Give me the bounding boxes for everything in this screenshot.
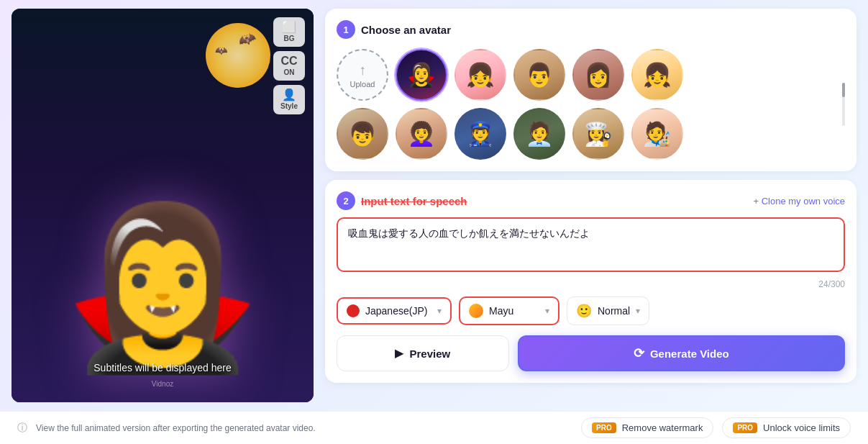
avatar-woman2[interactable]: 🧑‍💼: [513, 108, 565, 160]
avatar-row-1: ↑ Upload 🧛‍♀️ 👧 👨: [337, 49, 835, 101]
remove-watermark-button[interactable]: PRO Remove watermark: [581, 417, 713, 438]
remove-watermark-label: Remove watermark: [622, 422, 703, 433]
subtitle-text: Subtitles will be displayed here: [93, 362, 231, 373]
preview-label: Preview: [409, 348, 450, 360]
mood-label: Normal: [598, 305, 630, 317]
language-dropdown[interactable]: Japanese(JP) ▾: [337, 297, 452, 325]
controls-row: Japanese(JP) ▾ Mayu ▾ 🙂 Normal ▾: [337, 296, 845, 325]
bg-button[interactable]: ⬜ BG: [273, 17, 305, 47]
speech-header: 2 Input text for speech + Clone my own v…: [337, 191, 845, 210]
speech-inner: 2 Input text for speech + Clone my own v…: [337, 191, 845, 371]
avatar-boy1[interactable]: 👦: [337, 108, 388, 160]
mood-dropdown[interactable]: 🙂 Normal ▾: [567, 296, 649, 325]
preview-button[interactable]: ▶ Preview: [337, 335, 509, 371]
avatar-anime2-face: 👧: [456, 50, 505, 99]
scroll-thumb: [842, 83, 845, 97]
pro-badge-1: PRO: [592, 422, 616, 433]
avatar-police-face: 👮: [456, 109, 505, 158]
subtitle-overlay: Subtitles will be displayed here: [12, 362, 314, 373]
language-label: Japanese(JP): [365, 305, 427, 317]
avatar-rows: ↑ Upload 🧛‍♀️ 👧 👨: [337, 49, 835, 160]
bg-label: BG: [284, 35, 295, 42]
cc-icon: CC: [280, 55, 297, 67]
clone-voice-link[interactable]: + Clone my own voice: [753, 196, 845, 207]
speech-input-wrapper: [337, 217, 845, 272]
avatar-anime1-face: 🧛‍♀️: [397, 50, 446, 99]
avatar-girl1-face: 👩‍🦱: [397, 109, 446, 158]
generate-button[interactable]: ⟳ Generate Video: [518, 335, 845, 371]
style-button[interactable]: 👤 Style: [273, 85, 305, 114]
avatar-man1-face: 👨: [515, 50, 564, 99]
avatar-anime1[interactable]: 🧛‍♀️: [396, 49, 447, 101]
avatar-toon1-face: 👧: [633, 50, 682, 99]
avatar-woman3-face: 👩‍🍳: [574, 109, 623, 158]
watermark: Vidnoz: [152, 380, 173, 388]
char-count: 24/300: [337, 279, 845, 289]
speech-header-left: 2 Input text for speech: [337, 191, 467, 210]
generate-label: Generate Video: [650, 348, 729, 360]
video-panel: 🦇 🦇 🧛‍♀️ ⬜ BG CC ON 👤 St: [12, 9, 314, 402]
bottom-bar: ⓘ View the full animated version after e…: [0, 411, 868, 444]
video-preview: 🦇 🦇 🧛‍♀️ ⬜ BG CC ON 👤 St: [12, 9, 314, 402]
avatar-girl1[interactable]: 👩‍🦱: [396, 108, 447, 160]
video-controls: ⬜ BG CC ON 👤 Style: [273, 17, 305, 114]
upload-label: Upload: [350, 80, 375, 89]
avatar-woman1-face: 👩: [574, 50, 623, 99]
language-chevron-icon: ▾: [437, 306, 442, 316]
avatar-section: 1 Choose an avatar ↑ Upload 🧛‍♀️: [325, 9, 856, 171]
unlock-voice-label: Unlock voice limits: [763, 422, 840, 433]
avatar-section-header: 1 Choose an avatar: [337, 20, 845, 39]
unlock-voice-button[interactable]: PRO Unlock voice limits: [722, 417, 851, 438]
action-row: ▶ Preview ⟳ Generate Video: [337, 335, 845, 371]
avatar-anime2[interactable]: 👧: [454, 49, 506, 101]
speech-section: 2 Input text for speech + Clone my own v…: [325, 180, 856, 383]
avatar-upload-button[interactable]: ↑ Upload: [337, 49, 388, 101]
style-icon: 👤: [282, 89, 296, 101]
right-panel: 1 Choose an avatar ↑ Upload 🧛‍♀️: [325, 9, 856, 402]
speech-textarea[interactable]: [348, 226, 833, 260]
upload-arrow-icon: ↑: [359, 62, 366, 78]
mood-emoji-icon: 🙂: [576, 303, 592, 319]
step2-number: 2: [337, 191, 355, 210]
preview-play-icon: ▶: [395, 347, 403, 360]
avatar-woman1[interactable]: 👩: [572, 49, 624, 101]
step2-title: Input text for speech: [361, 195, 467, 207]
avatar-boy1-face: 👦: [338, 109, 387, 158]
avatar-wrapper: ↑ Upload 🧛‍♀️ 👧 👨: [337, 49, 845, 160]
clone-voice-label: + Clone my own voice: [753, 196, 845, 207]
avatar-man1[interactable]: 👨: [513, 49, 565, 101]
cc-button[interactable]: CC ON: [273, 51, 305, 81]
scroll-indicator: [842, 83, 845, 126]
avatar-row-2: 👦 👩‍🦱 👮 🧑‍💼 👩‍🍳: [337, 108, 835, 160]
voice-dropdown[interactable]: Mayu ▾: [459, 296, 559, 325]
info-icon: ⓘ: [17, 422, 27, 435]
avatar-police[interactable]: 👮: [454, 108, 506, 160]
style-label: Style: [280, 102, 298, 110]
bottom-note: View the full animated version after exp…: [36, 423, 572, 433]
cc-label: ON: [284, 68, 295, 76]
avatar-toon1[interactable]: 👧: [631, 49, 683, 101]
step1-number: 1: [337, 20, 355, 39]
voice-chevron-icon: ▾: [545, 306, 549, 316]
avatar-woman3[interactable]: 👩‍🍳: [572, 108, 624, 160]
language-flag: [347, 304, 360, 317]
pro-badge-2: PRO: [733, 422, 757, 433]
bg-icon: ⬜: [282, 22, 296, 33]
generate-icon: ⟳: [634, 345, 644, 361]
avatar-artist[interactable]: 🧑‍🎨: [631, 108, 683, 160]
mood-chevron-icon: ▾: [636, 306, 640, 316]
voice-avatar-icon: [469, 304, 483, 318]
avatar-woman2-face: 🧑‍💼: [515, 109, 564, 158]
voice-label: Mayu: [489, 305, 513, 317]
step1-title: Choose an avatar: [361, 24, 451, 36]
bat-decoration-2: 🦇: [215, 45, 227, 56]
avatar-artist-face: 🧑‍🎨: [633, 109, 682, 158]
character-background: 🦇 🦇 🧛‍♀️: [12, 9, 314, 402]
